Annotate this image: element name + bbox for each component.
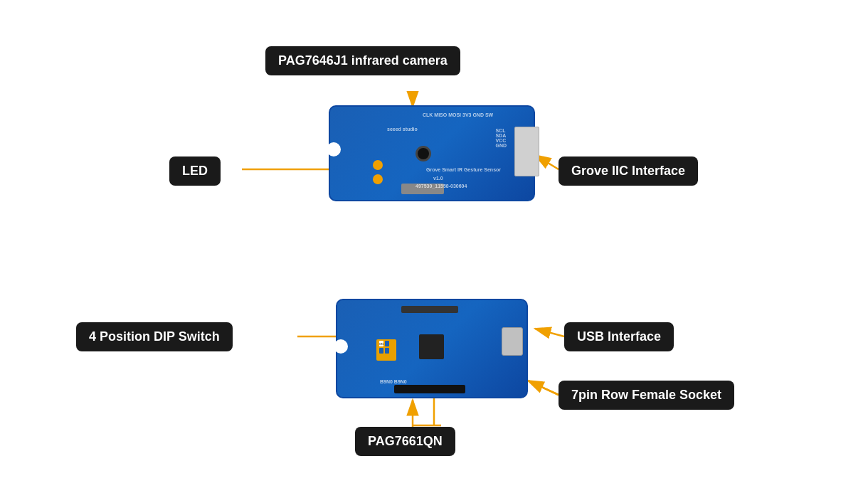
dip-switch-label: 4 Position DIP Switch — [76, 322, 233, 351]
diagram-container: CLK MISO MOSI 3V3 GND SW seeed studio Gr… — [0, 0, 868, 488]
product-name: Grove Smart IR Gesture Sensor — [426, 167, 501, 172]
led-label: LED — [169, 157, 221, 186]
usb-connector — [502, 327, 523, 356]
top-notch-left — [327, 142, 341, 157]
bottom-row-socket — [394, 385, 465, 393]
camera-module — [416, 146, 431, 161]
iic-labels: SCLSDAVCCGND — [495, 128, 507, 148]
main-ic — [419, 334, 444, 359]
grove-iic-connector — [514, 127, 539, 176]
usb-label: USB Interface — [564, 322, 674, 351]
board-pin-labels: CLK MISO MOSI 3V3 GND SW — [423, 112, 493, 117]
top-header — [401, 306, 458, 313]
top-board: CLK MISO MOSI 3V3 GND SW seeed studio Gr… — [329, 105, 535, 201]
part-number: 497530_11558-030604 — [416, 184, 467, 189]
dip-switch: ON — [376, 339, 396, 361]
socket-label: 7pin Row Female Socket — [559, 381, 734, 410]
svg-line-10 — [528, 381, 559, 395]
bottom-board: ON B9N0 B9N0 — [336, 299, 528, 398]
led-component — [373, 160, 383, 170]
bottom-notch-left — [334, 339, 348, 354]
camera-label: PAG7646J1 infrared camera — [265, 46, 460, 75]
seeed-label: seeed studio — [387, 127, 418, 132]
grove-iic-label: Grove IIC Interface — [559, 157, 698, 186]
led-component-2 — [373, 174, 383, 184]
ic-label: PAG7661QN — [355, 427, 455, 456]
svg-line-7 — [528, 381, 559, 395]
bottom-board-text: B9N0 B9N0 — [380, 379, 407, 384]
version: v1.0 — [433, 176, 443, 181]
svg-line-5 — [535, 329, 564, 336]
